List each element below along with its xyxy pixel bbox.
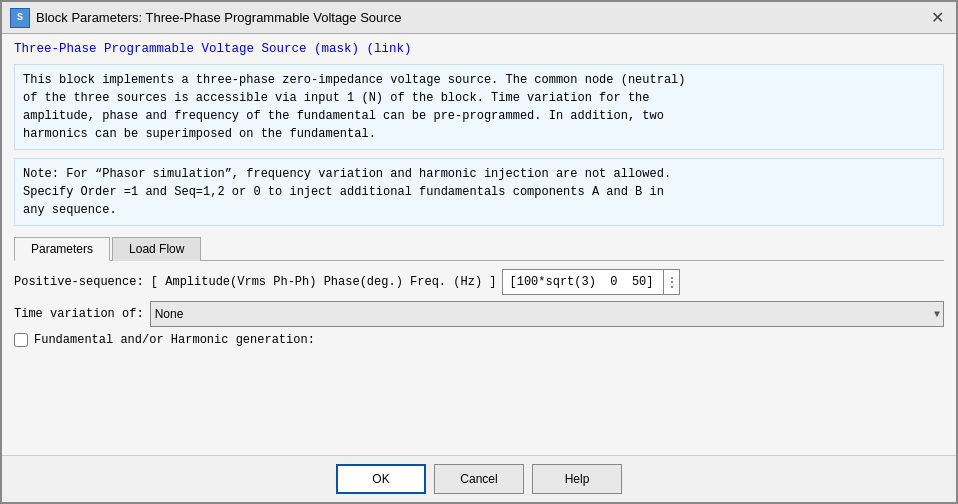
desc-line-1: This block implements a three-phase zero… — [23, 73, 686, 87]
dots-button[interactable]: ⋮ — [663, 270, 679, 294]
title-bar-left: S Block Parameters: Three-Phase Programm… — [10, 8, 401, 28]
tabs-container: Parameters Load Flow — [14, 236, 944, 261]
note-line-2: Specify Order =1 and Seq=1,2 or 0 to inj… — [23, 185, 664, 199]
positive-sequence-label: Positive-sequence: [ Amplitude(Vrms Ph-P… — [14, 275, 496, 289]
window-icon: S — [10, 8, 30, 28]
tab-load-flow[interactable]: Load Flow — [112, 237, 201, 261]
help-button[interactable]: Help — [532, 464, 622, 494]
positive-sequence-input-wrapper: ⋮ — [502, 269, 680, 295]
note-block: Note: For “Phasor simulation”, frequency… — [14, 158, 944, 226]
time-variation-row: Time variation of: None Amplitude Phase … — [14, 301, 944, 327]
note-line-3: any sequence. — [23, 203, 117, 217]
tab-parameters[interactable]: Parameters — [14, 237, 110, 261]
desc-line-2: of the three sources is accessible via i… — [23, 91, 650, 105]
time-variation-select[interactable]: None Amplitude Phase Frequency — [150, 301, 944, 327]
fundamental-checkbox[interactable] — [14, 333, 28, 347]
fundamental-label: Fundamental and/or Harmonic generation: — [34, 333, 315, 347]
note-line-1: Note: For “Phasor simulation”, frequency… — [23, 167, 671, 181]
time-variation-label: Time variation of: — [14, 307, 144, 321]
time-variation-dropdown-wrapper: None Amplitude Phase Frequency ▼ — [150, 301, 944, 327]
ok-button[interactable]: OK — [336, 464, 426, 494]
close-button[interactable]: ✕ — [926, 7, 948, 29]
window-title: Block Parameters: Three-Phase Programmab… — [36, 10, 401, 25]
link-line[interactable]: Three-Phase Programmable Voltage Source … — [14, 42, 944, 56]
positive-sequence-row: Positive-sequence: [ Amplitude(Vrms Ph-P… — [14, 269, 944, 295]
cancel-button[interactable]: Cancel — [434, 464, 524, 494]
params-area: Positive-sequence: [ Amplitude(Vrms Ph-P… — [14, 269, 944, 447]
description-block: This block implements a three-phase zero… — [14, 64, 944, 150]
desc-line-3: amplitude, phase and frequency of the fu… — [23, 109, 664, 123]
footer: OK Cancel Help — [2, 455, 956, 502]
title-bar: S Block Parameters: Three-Phase Programm… — [2, 2, 956, 34]
dialog-window: S Block Parameters: Three-Phase Programm… — [0, 0, 958, 504]
desc-line-4: harmonics can be superimposed on the fun… — [23, 127, 376, 141]
fundamental-checkbox-row: Fundamental and/or Harmonic generation: — [14, 333, 944, 347]
content-area: Three-Phase Programmable Voltage Source … — [2, 34, 956, 455]
positive-sequence-input[interactable] — [503, 270, 663, 294]
